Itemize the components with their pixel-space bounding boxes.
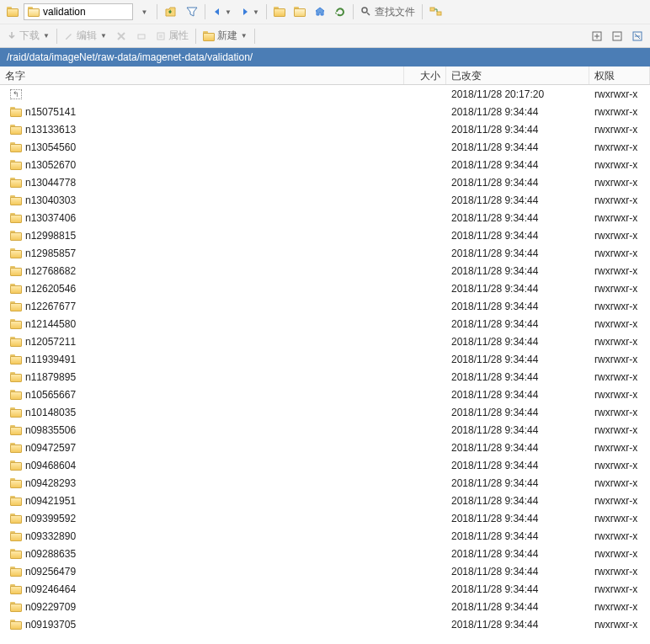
file-row[interactable]: n120572112018/11/28 9:34:44rwxrwxr-x xyxy=(0,333,650,350)
file-row[interactable]: n119394912018/11/28 9:34:44rwxrwxr-x xyxy=(0,350,650,368)
file-perm-cell: rwxrwxr-x xyxy=(589,317,650,332)
rename-icon xyxy=(132,27,151,45)
file-size-cell xyxy=(404,499,446,503)
file-perm-cell: rwxrwxr-x xyxy=(589,246,650,261)
file-perm-cell: rwxrwxr-x xyxy=(589,387,650,402)
svg-point-0 xyxy=(362,8,367,13)
file-name-label: n09399592 xyxy=(25,513,76,524)
file-row[interactable]: n093328902018/11/28 9:34:44rwxrwxr-x xyxy=(0,527,650,545)
file-row[interactable]: n105656672018/11/28 9:34:44rwxrwxr-x xyxy=(0,386,650,403)
collapse-icon[interactable] xyxy=(608,27,626,45)
file-size-cell xyxy=(404,163,446,167)
column-size[interactable]: 大小 xyxy=(404,67,446,84)
breadcrumb[interactable]: /raid/data/imageNet/raw-data/imagenet-da… xyxy=(0,48,650,67)
file-row[interactable]: n129988152018/11/28 9:34:44rwxrwxr-x xyxy=(0,226,650,244)
file-row[interactable]: n130545602018/11/28 9:34:44rwxrwxr-x xyxy=(0,138,650,156)
sync-icon[interactable] xyxy=(426,3,446,21)
file-name-label: n12144580 xyxy=(25,318,76,330)
file-row[interactable]: n130403032018/11/28 9:34:44rwxrwxr-x xyxy=(0,191,650,209)
find-files-button[interactable]: 查找文件 xyxy=(357,3,418,21)
folder-nav-icon[interactable] xyxy=(3,3,22,21)
file-row[interactable]: n118798952018/11/28 9:34:44rwxrwxr-x xyxy=(0,368,650,386)
home-icon[interactable] xyxy=(311,3,329,21)
file-row[interactable]: n092886352018/11/28 9:34:44rwxrwxr-x xyxy=(0,545,650,562)
file-row[interactable]: n094686042018/11/28 9:34:44rwxrwxr-x xyxy=(0,456,650,474)
file-name-label: n09835506 xyxy=(25,424,76,436)
file-name-cell: n09399592 xyxy=(0,511,404,526)
up-folder-icon[interactable] xyxy=(161,3,181,21)
file-changed-cell: 2018/11/28 9:34:44 xyxy=(446,599,589,615)
file-name-label: n12998815 xyxy=(25,230,76,242)
file-changed-cell: 2018/11/28 9:34:44 xyxy=(446,617,589,632)
file-row[interactable]: n122676772018/11/28 9:34:44rwxrwxr-x xyxy=(0,297,650,315)
file-header: 名字 大小 已改变 权限 xyxy=(0,67,650,85)
file-row[interactable]: n098355062018/11/28 9:34:44rwxrwxr-x xyxy=(0,421,650,439)
file-row[interactable]: n130374062018/11/28 9:34:44rwxrwxr-x xyxy=(0,209,650,226)
file-name-cell: n09835506 xyxy=(0,423,404,438)
column-name[interactable]: 名字 xyxy=(0,67,404,84)
file-changed-cell: 2018/11/28 9:34:44 xyxy=(446,511,589,526)
file-row[interactable]: ↰..2018/11/28 20:17:20rwxrwxr-x xyxy=(0,85,650,103)
path-input[interactable]: validation xyxy=(24,3,133,20)
file-changed-cell: 2018/11/28 9:34:44 xyxy=(446,370,589,385)
forward-icon[interactable]: ▼ xyxy=(237,3,263,21)
file-name-label: n12620546 xyxy=(25,283,76,295)
folder-icon xyxy=(10,319,22,329)
view-icon[interactable] xyxy=(628,27,647,45)
file-size-cell xyxy=(404,128,446,131)
file-size-cell xyxy=(404,181,446,184)
file-row[interactable]: n129858572018/11/28 9:34:44rwxrwxr-x xyxy=(0,244,650,262)
file-name-label: n09332890 xyxy=(25,530,76,542)
file-changed-cell: 2018/11/28 9:34:44 xyxy=(446,458,589,473)
file-row[interactable]: n130526702018/11/28 9:34:44rwxrwxr-x xyxy=(0,156,650,173)
folder-icon xyxy=(10,195,22,205)
file-changed-cell: 2018/11/28 9:34:44 xyxy=(446,122,589,137)
file-row[interactable]: n131336132018/11/28 9:34:44rwxrwxr-x xyxy=(0,120,650,138)
file-row[interactable]: n094282932018/11/28 9:34:44rwxrwxr-x xyxy=(0,474,650,492)
folder-icon xyxy=(10,567,22,577)
file-row[interactable]: n093995922018/11/28 9:34:44rwxrwxr-x xyxy=(0,509,650,527)
delete-icon xyxy=(112,27,131,45)
file-list: ↰..2018/11/28 20:17:20rwxrwxr-xn15075141… xyxy=(0,85,650,633)
folder-icon xyxy=(10,125,22,135)
column-perm[interactable]: 权限 xyxy=(589,67,650,84)
svg-line-1 xyxy=(367,13,370,15)
file-name-label: n09468604 xyxy=(25,460,76,471)
file-perm-cell: rwxrwxr-x xyxy=(589,352,650,367)
file-name-cell: n09472597 xyxy=(0,440,404,455)
expand-icon[interactable] xyxy=(588,27,606,45)
file-size-cell xyxy=(404,464,446,467)
file-changed-cell: 2018/11/28 9:34:44 xyxy=(446,157,589,173)
file-changed-cell: 2018/11/28 9:34:44 xyxy=(446,387,589,402)
file-row[interactable]: n094725972018/11/28 9:34:44rwxrwxr-x xyxy=(0,439,650,456)
file-row[interactable]: n150751412018/11/28 9:34:44rwxrwxr-x xyxy=(0,103,650,120)
file-perm-cell: rwxrwxr-x xyxy=(589,476,650,491)
file-size-cell xyxy=(404,252,446,255)
file-row[interactable]: n121445802018/11/28 9:34:44rwxrwxr-x xyxy=(0,315,650,333)
folder-icon xyxy=(10,443,22,453)
file-name-cell: n09421951 xyxy=(0,493,404,508)
folder-btn1[interactable] xyxy=(270,3,289,21)
folder-icon xyxy=(10,514,22,524)
file-row[interactable]: n101480352018/11/28 9:34:44rwxrwxr-x xyxy=(0,403,650,421)
new-button[interactable]: 新建▼ xyxy=(200,27,251,45)
filter-icon[interactable] xyxy=(183,3,201,21)
file-row[interactable]: n130447782018/11/28 9:34:44rwxrwxr-x xyxy=(0,173,650,191)
file-name-label: n09428293 xyxy=(25,477,76,489)
file-name-label: n10148035 xyxy=(25,407,76,418)
refresh-icon[interactable] xyxy=(331,3,349,21)
file-row[interactable]: n091937052018/11/28 9:34:44rwxrwxr-x xyxy=(0,615,650,633)
column-changed[interactable]: 已改变 xyxy=(446,67,589,84)
file-size-cell xyxy=(404,605,446,609)
file-row[interactable]: n127686822018/11/28 9:34:44rwxrwxr-x xyxy=(0,262,650,279)
file-row[interactable]: n126205462018/11/28 9:34:44rwxrwxr-x xyxy=(0,279,650,297)
file-row[interactable]: n094219512018/11/28 9:34:44rwxrwxr-x xyxy=(0,492,650,509)
back-icon[interactable]: ▼ xyxy=(209,3,235,21)
file-row[interactable]: n092464642018/11/28 9:34:44rwxrwxr-x xyxy=(0,580,650,598)
file-row[interactable]: n092564792018/11/28 9:34:44rwxrwxr-x xyxy=(0,562,650,580)
file-row[interactable]: n092297092018/11/28 9:34:44rwxrwxr-x xyxy=(0,598,650,615)
file-size-cell xyxy=(404,234,446,237)
folder-btn2[interactable] xyxy=(290,3,309,21)
path-dropdown[interactable]: ▼ xyxy=(135,3,153,21)
file-size-cell xyxy=(404,428,446,432)
